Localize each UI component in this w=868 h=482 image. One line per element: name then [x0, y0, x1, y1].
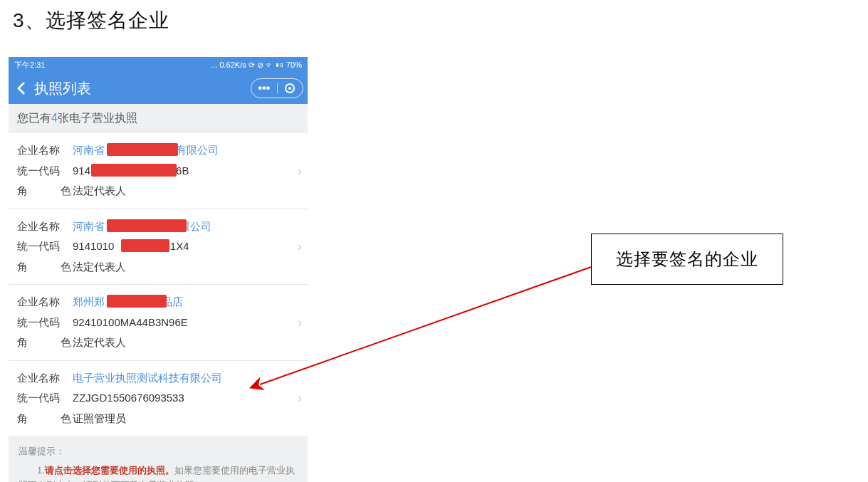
- field-label-code: 统一代码: [17, 313, 73, 333]
- miniprogram-capsule[interactable]: •••: [251, 78, 303, 98]
- close-target-icon[interactable]: [277, 83, 303, 94]
- field-label-role: 角色: [17, 181, 73, 201]
- svg-point-1: [288, 87, 291, 90]
- unified-code: 9141010XXXX4B3Q1X4: [73, 236, 288, 257]
- tips-panel: 温馨提示： 1.请点击选择您需要使用的执照。如果您需要使用的电子营业执照不在列表…: [9, 436, 308, 482]
- role-value: 法定代表人: [73, 332, 288, 353]
- chevron-right-icon: ›: [298, 310, 302, 335]
- nav-bar: 执照列表 •••: [9, 73, 308, 104]
- count-prefix: 您已有: [17, 112, 51, 124]
- field-label-role: 角色: [17, 409, 73, 429]
- phone-screenshot: 下午2:31 ... 0.62K/s ⟳ ⊘ ᯤ ▮▯ 70% 执照列表 •••…: [9, 57, 308, 482]
- company-name: 河南省XXXXXXX咨询有限公司: [73, 140, 288, 161]
- tip-line-1: 1.请点击选择您需要使用的执照。如果您需要使用的电子营业执照不在列表中，请到首页…: [19, 463, 298, 482]
- count-number: 4: [51, 112, 58, 124]
- status-indicators: ... 0.62K/s ⟳ ⊘ ᯤ ▮▯ 70%: [211, 57, 302, 73]
- field-label-code: 统一代码: [17, 161, 73, 182]
- phone-status-bar: 下午2:31 ... 0.62K/s ⟳ ⊘ ᯤ ▮▯ 70%: [9, 57, 308, 73]
- company-name: 郑州郑XXXXX瀚食品店: [73, 292, 288, 313]
- back-button[interactable]: [13, 80, 30, 97]
- redaction-block: [107, 219, 187, 232]
- unified-code: 92410100MA44B3N96E: [73, 313, 288, 333]
- annotation-text: 选择要签名的企业: [616, 248, 758, 271]
- license-list: › 企业名称 河南省XXXXXXX咨询有限公司 统一代码 914XXXXXXXX…: [9, 133, 308, 436]
- more-icon[interactable]: •••: [251, 82, 277, 95]
- license-count-bar: 您已有4张电子营业执照: [9, 104, 308, 133]
- status-time: 下午2:31: [14, 57, 45, 73]
- chevron-left-icon: [16, 81, 26, 95]
- field-label-name: 企业名称: [17, 368, 73, 389]
- redaction-block: [107, 143, 178, 156]
- field-label-role: 角色: [17, 332, 73, 353]
- list-item[interactable]: › 企业名称 河南省XXXXXX服务有限公司 统一代码 9141010XXXX4…: [9, 209, 308, 285]
- svg-line-2: [260, 267, 591, 384]
- chevron-right-icon: ›: [298, 386, 302, 410]
- count-suffix: 张电子营业执照: [58, 112, 137, 124]
- field-label-name: 企业名称: [17, 216, 73, 237]
- role-value: 证照管理员: [73, 409, 288, 429]
- list-item[interactable]: › 企业名称 郑州郑XXXXX瀚食品店 统一代码 92410100MA44B3N…: [9, 284, 308, 360]
- list-item[interactable]: › 企业名称 电子营业执照测试科技有限公司 统一代码 ZZJGD15506760…: [9, 360, 308, 436]
- unified-code: ZZJGD1550676093533: [73, 388, 288, 409]
- field-label-code: 统一代码: [17, 388, 73, 409]
- company-name: 河南省XXXXXX服务有限公司: [73, 216, 288, 237]
- field-label-name: 企业名称: [17, 140, 73, 161]
- company-name: 电子营业执照测试科技有限公司: [73, 368, 288, 389]
- list-item[interactable]: › 企业名称 河南省XXXXXXX咨询有限公司 统一代码 914XXXXXXXX…: [9, 133, 308, 209]
- role-value: 法定代表人: [73, 181, 288, 201]
- tips-title: 温馨提示：: [19, 444, 298, 459]
- redaction-block: [107, 295, 167, 308]
- section-heading: 3、选择签名企业: [13, 7, 169, 34]
- field-label-role: 角色: [17, 257, 73, 278]
- nav-title: 执照列表: [34, 79, 251, 98]
- chevron-right-icon: ›: [298, 234, 302, 258]
- field-label-code: 统一代码: [17, 236, 73, 257]
- redaction-block: [121, 239, 169, 252]
- chevron-right-icon: ›: [298, 159, 302, 183]
- field-label-name: 企业名称: [17, 292, 73, 313]
- role-value: 法定代表人: [73, 257, 288, 278]
- annotation-callout: 选择要签名的企业: [591, 234, 783, 285]
- redaction-block: [91, 164, 177, 177]
- unified-code: 914XXXXXXXXCF3G6B: [73, 161, 288, 182]
